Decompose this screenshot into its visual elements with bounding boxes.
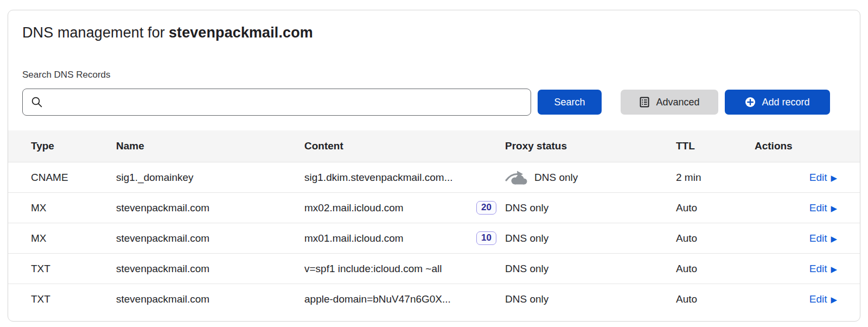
- edit-arrow-icon: ▶: [831, 265, 837, 273]
- priority-badge: 20: [476, 201, 496, 215]
- edit-link-label: Edit: [809, 172, 827, 184]
- column-header-type: Type: [8, 140, 116, 152]
- search-button[interactable]: Search: [538, 90, 602, 115]
- edit-link[interactable]: Edit▶: [809, 172, 837, 184]
- add-record-button-label: Add record: [762, 97, 809, 108]
- cell-content: apple-domain=bNuV47n6G0X...: [304, 293, 451, 305]
- dns-only-cloud-icon: [505, 169, 528, 185]
- column-header-actions: Actions: [755, 140, 860, 152]
- search-input[interactable]: [22, 89, 531, 116]
- cell-content: sig1.dkim.stevenpackmail.com...: [304, 172, 453, 184]
- page-title-domain: stevenpackmail.com: [169, 24, 313, 41]
- advanced-button-label: Advanced: [656, 97, 699, 108]
- cell-name: sig1._domainkey: [116, 172, 304, 184]
- cell-ttl: Auto: [676, 293, 755, 305]
- add-record-button[interactable]: Add record: [725, 90, 830, 115]
- edit-link[interactable]: Edit▶: [809, 263, 837, 275]
- proxy-status-text: DNS only: [505, 263, 548, 275]
- page-title-prefix: DNS management for: [22, 24, 165, 41]
- advanced-button[interactable]: Advanced: [621, 90, 718, 115]
- edit-link[interactable]: Edit▶: [809, 202, 837, 214]
- table-row: TXT stevenpackmail.com apple-domain=bNuV…: [8, 284, 860, 314]
- edit-link-label: Edit: [809, 232, 827, 244]
- search-button-label: Search: [554, 97, 585, 108]
- edit-arrow-icon: ▶: [831, 174, 837, 182]
- column-header-content: Content: [304, 140, 505, 152]
- cell-ttl: Auto: [676, 263, 755, 275]
- page-title: DNS management forstevenpackmail.com: [22, 24, 846, 41]
- edit-link-label: Edit: [809, 202, 827, 214]
- list-document-icon: [639, 97, 650, 108]
- proxy-status-text: DNS only: [505, 202, 548, 214]
- priority-badge: 10: [476, 231, 496, 246]
- cell-type: MX: [8, 232, 116, 244]
- edit-link-label: Edit: [809, 263, 827, 275]
- cell-name: stevenpackmail.com: [116, 232, 304, 244]
- cell-ttl: 2 min: [676, 172, 755, 184]
- cell-type: TXT: [8, 263, 116, 275]
- edit-arrow-icon: ▶: [831, 235, 837, 243]
- search-label: Search DNS Records: [22, 70, 846, 80]
- cell-type: TXT: [8, 293, 116, 305]
- edit-link[interactable]: Edit▶: [809, 293, 837, 305]
- table-row: MX stevenpackmail.com mx01.mail.icloud.c…: [8, 223, 860, 253]
- cell-content: v=spf1 include:icloud.com ~all: [304, 263, 442, 275]
- cell-name: stevenpackmail.com: [116, 202, 304, 214]
- edit-arrow-icon: ▶: [831, 295, 837, 304]
- table-row: TXT stevenpackmail.com v=spf1 include:ic…: [8, 253, 860, 284]
- cell-type: CNAME: [8, 172, 116, 184]
- plus-circle-icon: [745, 97, 756, 108]
- cell-type: MX: [8, 202, 116, 214]
- column-header-name: Name: [116, 140, 304, 152]
- column-header-proxy-status: Proxy status: [505, 140, 676, 152]
- table-row: MX stevenpackmail.com mx02.mail.icloud.c…: [8, 192, 860, 223]
- edit-link-label: Edit: [809, 293, 827, 305]
- proxy-status-text: DNS only: [534, 172, 578, 184]
- cell-name: stevenpackmail.com: [116, 293, 304, 305]
- table-header-row: Type Name Content Proxy status TTL Actio…: [8, 130, 860, 162]
- cell-ttl: Auto: [676, 202, 755, 214]
- dns-records-table: Type Name Content Proxy status TTL Actio…: [8, 130, 860, 314]
- proxy-status-text: DNS only: [505, 232, 548, 244]
- search-input-wrap: [22, 89, 531, 116]
- edit-link[interactable]: Edit▶: [809, 232, 837, 244]
- dns-management-card: DNS management forstevenpackmail.com Sea…: [8, 10, 860, 322]
- cell-ttl: Auto: [676, 232, 755, 244]
- dns-toolbar: Search Advanced: [22, 89, 846, 116]
- proxy-status-text: DNS only: [505, 293, 548, 305]
- cell-name: stevenpackmail.com: [116, 263, 304, 275]
- column-header-ttl: TTL: [676, 140, 755, 152]
- table-row: CNAME sig1._domainkey sig1.dkim.stevenpa…: [8, 162, 860, 192]
- cell-content: mx02.mail.icloud.com: [304, 202, 404, 214]
- cell-content: mx01.mail.icloud.com: [304, 232, 404, 244]
- edit-arrow-icon: ▶: [831, 204, 837, 212]
